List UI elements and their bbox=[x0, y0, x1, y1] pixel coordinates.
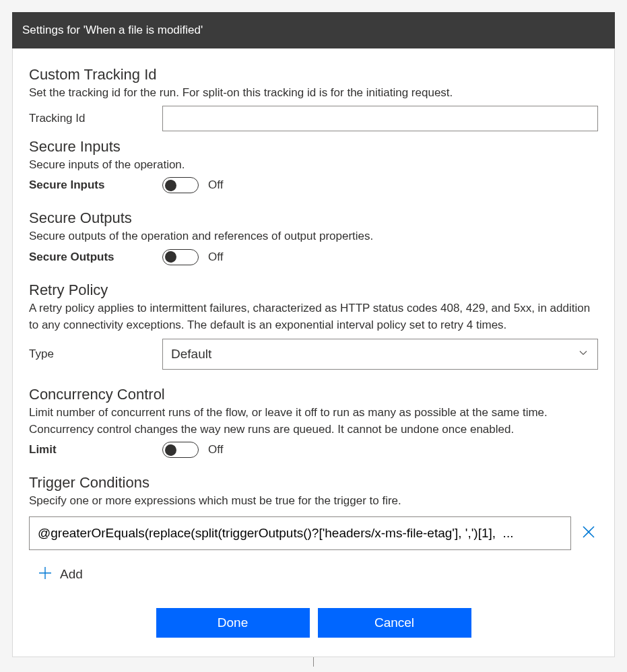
secure-outputs-desc: Secure outputs of the operation and refe… bbox=[29, 228, 598, 245]
concurrency-toggle[interactable] bbox=[162, 442, 199, 458]
tracking-id-label: Tracking Id bbox=[29, 112, 162, 125]
cancel-button[interactable]: Cancel bbox=[318, 608, 471, 638]
trigger-condition-input[interactable] bbox=[29, 516, 571, 550]
add-condition-label: Add bbox=[60, 567, 83, 582]
secure-inputs-toggle[interactable] bbox=[162, 177, 199, 193]
trigger-conditions-desc: Specify one or more expressions which mu… bbox=[29, 493, 598, 510]
retry-type-label: Type bbox=[29, 347, 162, 361]
section-trigger-conditions: Trigger Conditions Specify one or more e… bbox=[29, 474, 598, 584]
trigger-conditions-title: Trigger Conditions bbox=[29, 474, 598, 492]
add-condition-button[interactable]: Add bbox=[29, 565, 598, 584]
done-button[interactable]: Done bbox=[156, 608, 310, 638]
concurrency-limit-label: Limit bbox=[29, 443, 162, 457]
tracking-id-title: Custom Tracking Id bbox=[29, 66, 598, 83]
delete-condition-button[interactable] bbox=[579, 524, 598, 543]
secure-inputs-title: Secure Inputs bbox=[29, 138, 598, 156]
concurrency-desc: Limit number of concurrent runs of the f… bbox=[29, 405, 598, 438]
section-concurrency: Concurrency Control Limit number of conc… bbox=[29, 386, 598, 458]
secure-inputs-desc: Secure inputs of the operation. bbox=[29, 157, 598, 174]
secure-inputs-state: Off bbox=[208, 178, 223, 192]
section-secure-outputs: Secure Outputs Secure outputs of the ope… bbox=[29, 209, 598, 265]
tracking-id-desc: Set the tracking id for the run. For spl… bbox=[29, 85, 598, 102]
secure-outputs-label: Secure Outputs bbox=[29, 250, 162, 264]
secure-outputs-state: Off bbox=[208, 250, 223, 264]
tracking-id-input[interactable] bbox=[162, 106, 598, 131]
flow-connector-line bbox=[313, 657, 314, 667]
settings-panel: Custom Tracking Id Set the tracking id f… bbox=[12, 48, 615, 657]
retry-title: Retry Policy bbox=[29, 281, 598, 299]
plus-icon bbox=[37, 565, 53, 584]
retry-desc: A retry policy applies to intermittent f… bbox=[29, 300, 598, 333]
close-icon bbox=[581, 524, 597, 543]
footer-buttons: Done Cancel bbox=[29, 589, 598, 644]
secure-inputs-label: Secure Inputs bbox=[29, 178, 162, 192]
concurrency-title: Concurrency Control bbox=[29, 386, 598, 403]
retry-type-value: Default bbox=[171, 347, 211, 362]
retry-type-select[interactable]: Default bbox=[162, 339, 598, 370]
secure-outputs-title: Secure Outputs bbox=[29, 209, 598, 227]
section-tracking-id: Custom Tracking Id Set the tracking id f… bbox=[29, 66, 598, 131]
panel-title: Settings for 'When a file is modified' bbox=[12, 12, 615, 48]
concurrency-state: Off bbox=[208, 443, 223, 457]
secure-outputs-toggle[interactable] bbox=[162, 249, 199, 265]
section-secure-inputs: Secure Inputs Secure inputs of the opera… bbox=[29, 138, 598, 194]
section-retry-policy: Retry Policy A retry policy applies to i… bbox=[29, 281, 598, 370]
